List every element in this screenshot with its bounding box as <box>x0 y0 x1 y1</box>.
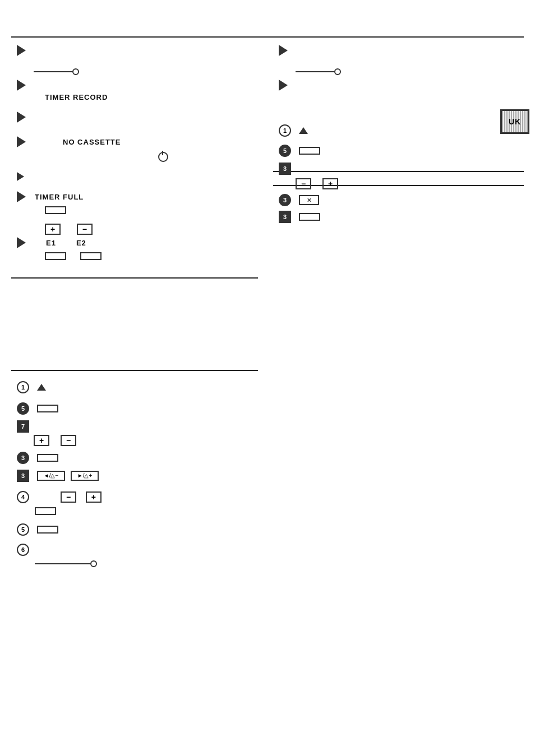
ll-row-7: 7 <box>17 420 264 433</box>
ll-box-3a <box>37 454 58 462</box>
ll-minus-plus-group: − + <box>61 491 102 503</box>
ll-badge-5: 5 <box>17 402 29 415</box>
play-icon-4 <box>17 136 26 147</box>
e1-label: E1 <box>46 239 56 247</box>
ll-row-4: 4 − + <box>17 491 264 503</box>
ll-rewind-plus[interactable]: ►/△+ <box>71 471 99 481</box>
rr-badge-3c: 3 <box>279 211 291 223</box>
ul-row-6: TIMER FULL <box>17 191 264 202</box>
ll-badge-6: 6 <box>17 544 29 556</box>
ll-timer-line <box>35 563 91 564</box>
ll-row-5b: 5 <box>17 523 264 536</box>
hr-lower-top-rule <box>11 370 258 371</box>
rr-badge-1-row: 1 <box>279 124 514 137</box>
minus-btn-ul[interactable]: − <box>77 224 93 235</box>
ul-row-2 <box>17 66 264 76</box>
ll-plus-4[interactable]: + <box>86 491 102 503</box>
ll-row-6: 6 <box>17 544 264 556</box>
ll-row-3b: 3 ◄/△− ►/△+ <box>17 470 264 482</box>
ul-timer-record-row: TIMER RECORD <box>45 93 264 101</box>
ul-row-2b <box>17 80 264 91</box>
ll-timer-long-row <box>35 558 264 568</box>
ll-row-3a: 3 <box>17 452 264 464</box>
ul-row-4: NO CASSETTE <box>17 136 264 147</box>
ul-row-3 <box>17 112 264 123</box>
rr-badge-3a: 3 <box>279 163 291 175</box>
rr-badge-3a-row: 3 <box>279 163 514 175</box>
timer-full-box-row <box>45 205 264 215</box>
e1-box <box>45 252 66 260</box>
play-icon-6 <box>17 191 26 202</box>
plus-btn-group: + − <box>45 224 93 235</box>
rr-timer-circle <box>334 68 341 75</box>
rr-play-icon-2 <box>279 80 288 91</box>
rr-badge-5: 5 <box>279 145 291 157</box>
ll-badge-3b: 3 <box>17 470 29 482</box>
upper-right-col: 1 5 3 − + 3 ✕ 3 <box>279 45 514 228</box>
hr-bottom-left-rule <box>11 277 258 279</box>
ll-timer-bar <box>35 560 97 567</box>
rr-badge-1: 1 <box>279 124 291 137</box>
play-icon-5 <box>17 172 24 181</box>
upper-left-col: TIMER RECORD NO CASSETTE TIMER FULL <box>17 45 264 267</box>
power-icon-row <box>157 151 264 162</box>
ll-box-4-row <box>35 505 264 516</box>
e2-label: E2 <box>76 239 86 247</box>
timer-full-box <box>45 206 66 214</box>
no-cassette-group: NO CASSETTE <box>63 137 121 147</box>
ll-arrow-up-1 <box>37 384 46 391</box>
ul-row-7b: E1 E2 <box>17 237 264 248</box>
no-cassette-label: NO CASSETTE <box>63 138 121 146</box>
timer-bar-line-2 <box>34 71 73 72</box>
rr-mute-box: ✕ <box>299 195 319 205</box>
ll-box-4 <box>35 507 56 515</box>
rr-badge-pm-row: − + <box>296 178 514 189</box>
ul-row-5 <box>17 172 264 181</box>
ll-rewind-minus[interactable]: ◄/△− <box>37 471 65 481</box>
timer-full-label: TIMER FULL <box>35 193 84 201</box>
rr-play-icon-1 <box>279 45 288 56</box>
power-icon-4 <box>157 151 168 162</box>
ll-box-5 <box>37 405 58 412</box>
ll-badge-4: 4 <box>17 491 29 503</box>
ll-minus-4[interactable]: − <box>61 491 76 503</box>
play-icon-2 <box>17 80 26 91</box>
ll-badge-3a: 3 <box>17 452 29 464</box>
ll-box-5b <box>37 526 58 534</box>
ll-row-5: 5 <box>17 402 264 415</box>
play-icon-3 <box>17 112 26 123</box>
e2-box <box>80 252 102 260</box>
rr-box-3c <box>299 213 320 221</box>
rr-badge-section: 1 5 3 − + 3 ✕ 3 <box>279 124 514 223</box>
timer-bar-circle-2 <box>72 68 79 75</box>
ll-pm-row: + − <box>34 435 264 446</box>
rr-timer-bar <box>296 68 341 75</box>
rr-row-2b <box>279 80 514 91</box>
timer-bar-row2 <box>34 66 79 76</box>
rr-arrow-up-1 <box>299 127 308 134</box>
ul-row-7: + − <box>17 224 264 235</box>
lower-left-col: 1 5 7 + − 3 3 ◄/△− ►/△+ 4 <box>17 381 264 568</box>
ll-minus-btn[interactable]: − <box>61 435 76 446</box>
ll-timer-circle <box>90 560 97 567</box>
ll-badge-7: 7 <box>17 420 29 433</box>
rr-plus-btn[interactable]: + <box>322 178 338 189</box>
play-icon-1 <box>17 45 26 56</box>
ll-badge-5b: 5 <box>17 523 29 536</box>
ll-plus-btn[interactable]: + <box>34 435 49 446</box>
play-icon-7 <box>17 237 26 248</box>
rr-badge-5-row: 5 <box>279 145 514 157</box>
rr-box-5 <box>299 147 320 155</box>
timer-record-label: TIMER RECORD <box>45 93 108 101</box>
rr-badge-3b: 3 <box>279 194 291 206</box>
rr-badge-3b-row: 3 ✕ <box>279 194 514 206</box>
rr-row-1 <box>279 45 514 56</box>
ll-row-1: 1 <box>17 381 264 393</box>
hr-top-rule <box>11 36 524 38</box>
timer-bar-2 <box>34 68 79 75</box>
plus-btn-ul[interactable]: + <box>45 224 61 235</box>
rr-timer-line <box>296 71 335 72</box>
rr-minus-btn[interactable]: − <box>296 178 311 189</box>
ul-row-1 <box>17 45 264 56</box>
rr-timer-bar-row <box>296 66 514 76</box>
